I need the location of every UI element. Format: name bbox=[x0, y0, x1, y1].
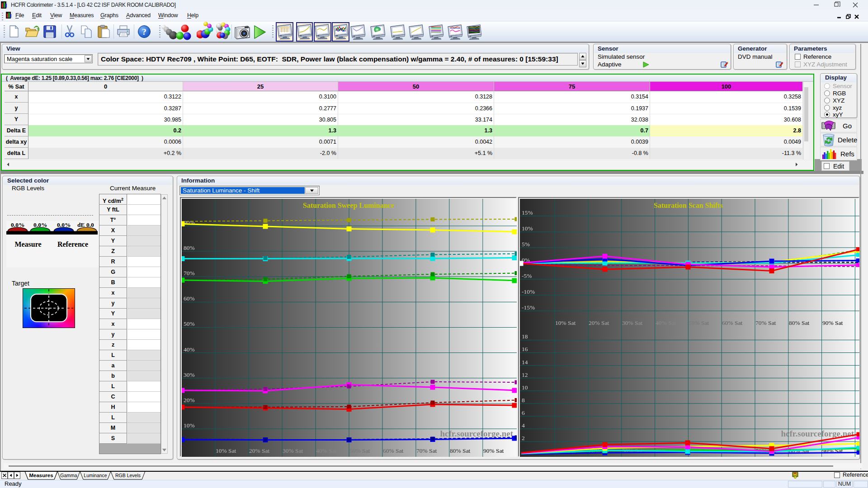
svg-text:?: ? bbox=[142, 27, 146, 37]
svg-text:Gamma: Gamma bbox=[60, 473, 77, 478]
svg-text:Measures: Measures bbox=[29, 473, 53, 478]
svg-text:RGB Levels: RGB Levels bbox=[115, 473, 141, 478]
svg-text:Luminance: Luminance bbox=[84, 473, 107, 478]
